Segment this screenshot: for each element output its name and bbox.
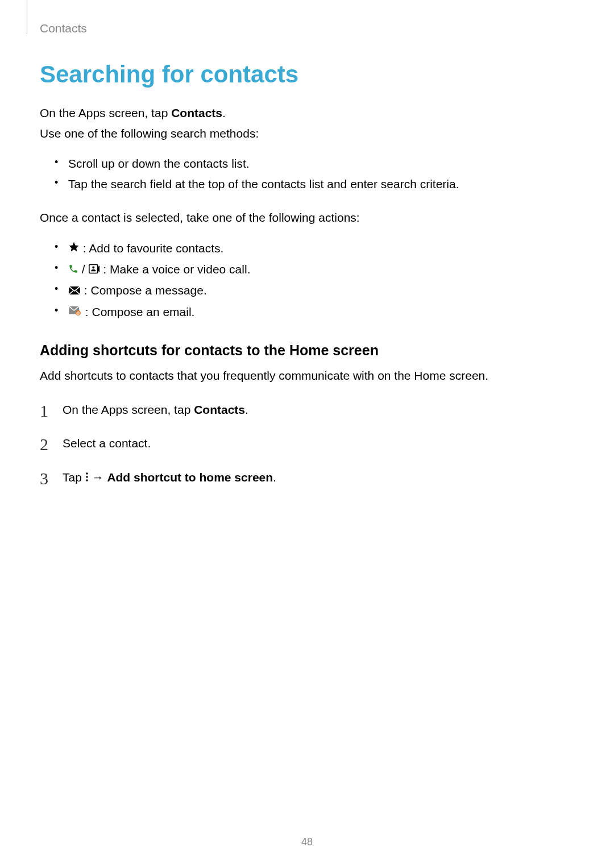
list-item: : Add to favourite contacts. [58, 238, 574, 259]
svg-point-7 [86, 476, 88, 478]
action-call-text: : Make a voice or video call. [100, 263, 251, 276]
intro-paragraph-2: Use one of the following search methods: [40, 124, 574, 143]
intro-paragraph-3: Once a contact is selected, take one of … [40, 209, 574, 227]
action-msg-text: : Compose a message. [81, 284, 207, 297]
action-email-text: : Compose an email. [82, 305, 194, 318]
step-1c: . [245, 403, 248, 416]
step-3a: Tap [63, 471, 85, 484]
svg-rect-3 [69, 306, 79, 314]
svg-text:@: @ [76, 312, 80, 315]
step-1b: Contacts [194, 403, 245, 416]
steps-list: 1 On the Apps screen, tap Contacts. 2 Se… [40, 400, 574, 489]
actions-list: : Add to favourite contacts. / : Make a … [40, 238, 574, 323]
svg-point-6 [86, 472, 88, 475]
list-item: Scroll up or down the contacts list. [58, 153, 574, 174]
intro-1a: On the Apps screen, tap [40, 106, 171, 119]
list-item: 3 Tap → Add shortcut to home screen. [40, 467, 574, 488]
action-fav-text: : Add to favourite contacts. [80, 242, 223, 255]
list-item: 1 On the Apps screen, tap Contacts. [40, 400, 574, 420]
step-3c: Add shortcut to home screen [107, 471, 273, 484]
subheading: Adding shortcuts for contacts to the Hom… [40, 342, 574, 359]
step-number: 1 [40, 396, 48, 425]
call-sep: / [78, 263, 89, 276]
step-2: Select a contact. [63, 437, 151, 450]
list-item: : Compose a message. [58, 280, 574, 301]
svg-point-8 [86, 479, 88, 481]
svg-rect-2 [69, 286, 80, 294]
page-number: 48 [0, 836, 614, 848]
more-options-icon [85, 468, 89, 488]
step-3b: → [89, 471, 107, 484]
svg-point-1 [92, 266, 94, 268]
star-icon [68, 238, 80, 259]
step-number: 2 [40, 430, 48, 459]
sub-intro: Add shortcuts to contacts that you frequ… [40, 367, 574, 385]
list-item: 2 Select a contact. [40, 433, 574, 454]
list-item: @ : Compose an email. [58, 302, 574, 323]
step-1a: On the Apps screen, tap [63, 403, 194, 416]
intro-1b: Contacts [171, 106, 222, 119]
list-item: Tap the search field at the top of the c… [58, 174, 574, 194]
message-icon [68, 281, 81, 301]
svg-rect-0 [89, 264, 97, 273]
intro-paragraph-1: On the Apps screen, tap Contacts. [40, 104, 574, 122]
email-icon: @ [68, 302, 82, 322]
video-call-icon [89, 260, 100, 280]
step-number: 3 [40, 464, 48, 493]
breadcrumb: Contacts [40, 22, 87, 35]
step-3d: . [273, 471, 276, 484]
svg-point-4 [76, 310, 81, 315]
list-item: / : Make a voice or video call. [58, 259, 574, 280]
search-methods-list: Scroll up or down the contacts list. Tap… [40, 153, 574, 194]
intro-1c: . [222, 106, 226, 119]
page-title: Searching for contacts [40, 61, 574, 88]
phone-icon [68, 260, 78, 280]
